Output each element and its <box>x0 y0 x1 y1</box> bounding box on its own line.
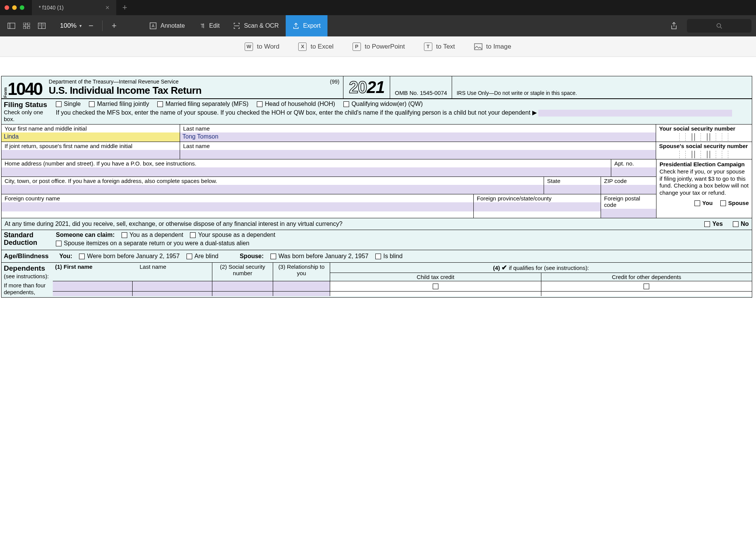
spouse-ssn-input[interactable] <box>656 150 752 159</box>
age-blindness-title: Age/Blindness <box>4 252 52 260</box>
zoom-in-button[interactable]: + <box>108 20 120 32</box>
apt-input[interactable] <box>611 167 656 177</box>
dep1-ctc-checkbox[interactable] <box>330 281 541 291</box>
dep1-rel-input[interactable] <box>273 281 330 291</box>
dep2-first-input[interactable] <box>53 292 133 296</box>
maximize-window-icon[interactable] <box>20 5 24 10</box>
first-name-input[interactable]: Linda <box>2 132 180 142</box>
filing-qw-checkbox[interactable]: Qualifying widow(er) (QW) <box>343 101 423 107</box>
spouse-blind-checkbox[interactable]: Is blind <box>375 253 403 260</box>
foreign-postal-label: Foreign postal code <box>601 194 656 209</box>
sd-title-a: Standard <box>4 232 51 239</box>
svg-rect-19 <box>474 44 482 50</box>
export-button[interactable]: Export <box>286 15 327 36</box>
foreign-postal-input[interactable] <box>601 209 656 218</box>
city-input[interactable] <box>2 185 544 194</box>
export-to-text-button[interactable]: T to Text <box>424 43 455 51</box>
last-name-input[interactable]: Tong Tomson <box>180 132 656 142</box>
export-to-powerpoint-button[interactable]: P to PowerPoint <box>353 43 405 51</box>
dep2-ctc-checkbox[interactable] <box>330 292 541 296</box>
dep-col1-first: (1) First name Last name <box>53 263 212 281</box>
ab-spouse-label: Spouse: <box>240 253 264 260</box>
export-to-image-button[interactable]: to Image <box>474 43 511 50</box>
ssn-input[interactable] <box>656 132 752 142</box>
filing-single-checkbox[interactable]: Single <box>56 101 81 107</box>
powerpoint-key-icon: P <box>353 43 361 51</box>
document-viewport[interactable]: Form 1040 Department of the Treasury—Int… <box>0 57 756 298</box>
dep-col4: (4) ✔ if qualifies for (see instructions… <box>330 263 752 273</box>
close-tab-icon[interactable]: × <box>105 4 109 12</box>
dep2-last-input[interactable] <box>133 292 212 296</box>
scan-ocr-button[interactable]: Scan & OCR <box>226 15 286 36</box>
zip-input[interactable] <box>601 185 656 194</box>
sd-title-b: Deduction <box>4 239 51 247</box>
presidential-campaign-box: Presidential Election Campaign Check her… <box>656 159 752 218</box>
edit-button[interactable]: T Edit <box>192 15 227 36</box>
someone-can-claim-label: Someone can claim: <box>56 232 115 238</box>
svg-point-17 <box>717 24 721 27</box>
reading-mode-icon[interactable] <box>35 19 49 33</box>
filing-mfj-checkbox[interactable]: Married filing jointly <box>89 101 149 107</box>
vc-no-checkbox[interactable]: No <box>733 221 749 227</box>
you-dependent-checkbox[interactable]: You as a dependent <box>122 232 183 238</box>
filing-status-sub: Check only one box. <box>4 109 51 123</box>
dep2-rel-input[interactable] <box>273 292 330 296</box>
form-number: 1040 <box>8 80 42 98</box>
spouse-ssn-label: Spouse's social security number <box>656 142 752 150</box>
omb-number: OMB No. 1545-0074 <box>390 76 452 98</box>
close-window-icon[interactable] <box>5 5 9 10</box>
presidential-text: Check here if you, or your spouse if fil… <box>660 168 748 196</box>
dep-col4b: Credit for other dependents <box>541 273 752 281</box>
spouse-itemizes-checkbox[interactable]: Spouse itemizes on a separate return or … <box>56 240 249 247</box>
vc-yes-checkbox[interactable]: Yes <box>704 221 723 227</box>
filing-name-input[interactable] <box>538 110 732 117</box>
export-to-excel-button[interactable]: X to Excel <box>298 43 333 51</box>
thumbnails-icon[interactable] <box>20 19 33 33</box>
sidebar-toggle-icon[interactable] <box>5 19 18 33</box>
dep1-first-input[interactable] <box>53 281 133 291</box>
dep2-ssn-input[interactable] <box>212 292 273 296</box>
annotate-icon: A <box>150 22 157 29</box>
dep1-last-input[interactable] <box>133 281 212 291</box>
you-born-checkbox[interactable]: Were born before January 2, 1957 <box>79 253 179 260</box>
new-tab-button[interactable]: + <box>116 3 133 13</box>
share-button[interactable] <box>667 19 681 33</box>
foreign-province-input[interactable] <box>474 202 601 211</box>
presidential-spouse-checkbox[interactable]: Spouse <box>720 200 749 207</box>
spouse-dependent-checkbox[interactable]: Your spouse as a dependent <box>190 232 275 238</box>
dep2-other-checkbox[interactable] <box>541 292 752 296</box>
chevron-down-icon[interactable]: ▾ <box>79 23 82 28</box>
you-blind-checkbox[interactable]: Are blind <box>187 253 218 260</box>
spouse-first-input[interactable] <box>2 150 180 159</box>
filing-status-title: Filing Status <box>4 101 51 109</box>
tab-f1040[interactable]: * f1040 (1) × <box>32 0 116 15</box>
annotate-button[interactable]: A Annotate <box>143 15 191 36</box>
dep1-other-checkbox[interactable] <box>541 281 752 291</box>
spouse-born-checkbox[interactable]: Was born before January 2, 1957 <box>270 253 369 260</box>
minimize-window-icon[interactable] <box>12 5 17 10</box>
foreign-country-input[interactable] <box>2 202 473 211</box>
city-row: City, town, or post office. If you have … <box>2 177 656 194</box>
dep1-ssn-input[interactable] <box>212 281 273 291</box>
zoom-out-button[interactable]: − <box>85 20 97 32</box>
zoom-level[interactable]: 100% <box>60 22 76 30</box>
dept-label: Department of the Treasury—Internal Reve… <box>49 79 179 85</box>
spouse-first-label: If joint return, spouse's first name and… <box>2 142 180 150</box>
filing-mfs-checkbox[interactable]: Married filing separately (MFS) <box>157 101 248 107</box>
filing-hoh-checkbox[interactable]: Head of household (HOH) <box>257 101 335 107</box>
state-input[interactable] <box>544 185 601 194</box>
search-input[interactable] <box>687 19 751 33</box>
export-powerpoint-label: to PowerPoint <box>365 43 405 50</box>
export-text-label: to Text <box>436 43 455 50</box>
irs-use-only: IRS Use Only—Do not write or staple in t… <box>452 76 752 98</box>
home-address-input[interactable] <box>2 167 611 177</box>
spouse-last-input[interactable] <box>180 150 656 159</box>
dependents-title: Dependents <box>4 264 45 272</box>
scan-icon <box>233 22 240 29</box>
presidential-you-checkbox[interactable]: You <box>694 200 713 207</box>
export-to-word-button[interactable]: W to Word <box>245 43 279 51</box>
ssn-label: Your social security number <box>656 125 752 132</box>
virtual-currency-row: At any time during 2021, did you receive… <box>2 218 752 230</box>
svg-rect-3 <box>27 23 30 25</box>
first-name-label: Your first name and middle initial <box>2 125 180 132</box>
